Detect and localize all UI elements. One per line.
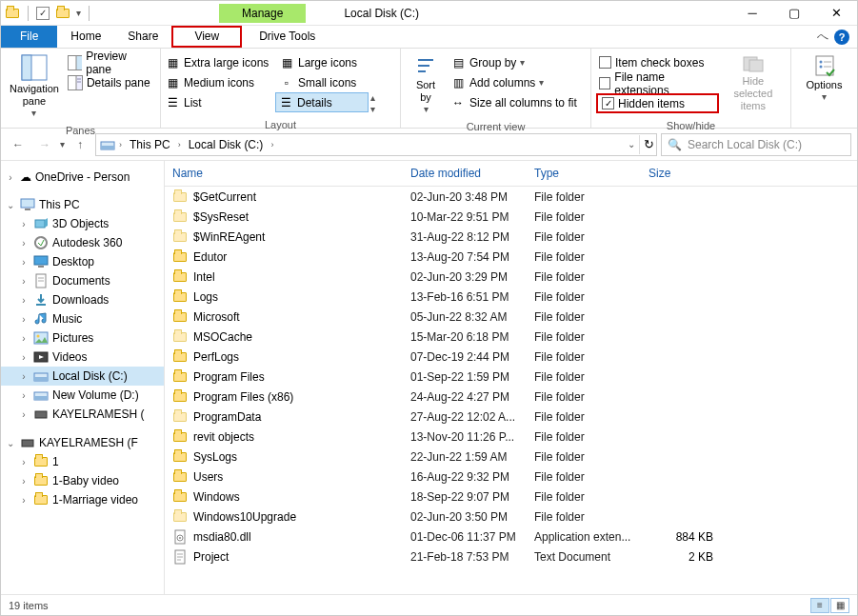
file-type: File folder [534, 350, 648, 364]
tab-home[interactable]: Home [57, 26, 114, 48]
tree-item[interactable]: ›1-Baby video [1, 471, 164, 490]
tree-item[interactable]: ›Music [1, 309, 164, 328]
col-date[interactable]: Date modified [410, 167, 534, 180]
thumbnails-view-button[interactable]: ▦ [830, 598, 849, 613]
hide-selected-items-button[interactable]: Hide selected items [722, 52, 785, 115]
tree-onedrive[interactable]: ›☁OneDrive - Person [1, 169, 164, 186]
file-row[interactable]: Intel02-Jun-20 3:29 PMFile folder [165, 267, 857, 287]
tree-item[interactable]: ›Local Disk (C:) [1, 367, 164, 386]
layout-large-icons[interactable]: ▦Large icons [277, 52, 372, 72]
size-all-columns-button[interactable]: ↔Size all columns to fit [449, 92, 579, 112]
chevron-right-icon[interactable]: › [117, 140, 124, 149]
svg-rect-3 [76, 55, 82, 70]
navigation-tree[interactable]: ›☁OneDrive - Person ⌄This PC ›3D Objects… [1, 161, 165, 594]
file-row[interactable]: $SysReset10-Mar-22 9:51 PMFile folder [165, 207, 857, 227]
tree-item[interactable]: ›KAYELRAMESH ( [1, 405, 164, 424]
address-bar[interactable]: › This PC › Local Disk (C:) › ⌄ ↻ [95, 133, 657, 156]
file-extensions-toggle[interactable]: File name extensions [597, 73, 718, 93]
details-view-button[interactable]: ≡ [810, 598, 829, 613]
file-list[interactable]: Name Date modified Type Size $GetCurrent… [165, 161, 857, 594]
layout-scroll-up-icon[interactable]: ▴ [370, 92, 375, 103]
tree-item[interactable]: ›Documents [1, 271, 164, 290]
tree-item[interactable]: ›Pictures [1, 328, 164, 348]
tree-item[interactable]: ›Downloads [1, 290, 164, 309]
tree-removable-drive[interactable]: ⌄KAYELRAMESH (F [1, 433, 164, 452]
file-row[interactable]: MSOCache15-Mar-20 6:18 PMFile folder [165, 327, 857, 347]
preview-pane-button[interactable]: Preview pane [66, 52, 154, 72]
address-history-icon[interactable]: ⌄ [628, 139, 635, 149]
file-row[interactable]: Windows18-Sep-22 9:07 PMFile folder [165, 487, 857, 507]
crumb-this-pc[interactable]: This PC [126, 138, 174, 151]
hidden-items-toggle[interactable]: Hidden items [596, 93, 719, 113]
layout-list[interactable]: ☰List [163, 92, 275, 112]
layout-medium-icons[interactable]: ▦Medium icons [163, 72, 277, 92]
layout-details[interactable]: ☰Details [275, 92, 369, 112]
minimize-button[interactable]: ─ [731, 1, 773, 26]
layout-extra-large-icons[interactable]: ▦Extra large icons [163, 52, 277, 72]
add-columns-button[interactable]: ▥Add columns▾ [449, 72, 579, 92]
file-date: 31-Aug-22 8:12 PM [410, 230, 534, 244]
file-row[interactable]: Program Files01-Sep-22 1:59 PMFile folde… [165, 367, 857, 387]
file-row[interactable]: Windows10Upgrade02-Jun-20 3:50 PMFile fo… [165, 507, 857, 527]
details-pane-button[interactable]: Details pane [66, 72, 154, 92]
file-row[interactable]: msdia80.dll01-Dec-06 11:37 PMApplication… [165, 527, 857, 546]
file-row[interactable]: $GetCurrent02-Jun-20 3:48 PMFile folder [165, 187, 857, 207]
file-row[interactable]: PerfLogs07-Dec-19 2:44 PMFile folder [165, 347, 857, 367]
recent-locations-icon[interactable]: ▾ [60, 139, 65, 149]
sort-by-button[interactable]: Sort by ▾ [407, 52, 445, 116]
file-row[interactable]: $WinREAgent31-Aug-22 8:12 PMFile folder [165, 227, 857, 247]
col-name[interactable]: Name [172, 167, 410, 180]
file-row[interactable]: revit objects13-Nov-20 11:26 P...File fo… [165, 427, 857, 447]
file-row[interactable]: Project21-Feb-18 7:53 PMText Document2 K… [165, 546, 857, 566]
file-row[interactable]: Users16-Aug-22 9:32 PMFile folder [165, 467, 857, 487]
navigation-pane-icon [21, 54, 48, 81]
collapse-ribbon-icon[interactable]: へ [817, 29, 828, 45]
tab-share[interactable]: Share [114, 26, 171, 48]
qat-newfolder-icon[interactable] [55, 6, 70, 21]
file-row[interactable]: SysLogs22-Jun-22 1:59 AMFile folder [165, 447, 857, 467]
tab-drive-tools[interactable]: Drive Tools [246, 26, 329, 48]
crumb-local-disk[interactable]: Local Disk (C:) [185, 138, 268, 151]
tree-item[interactable]: ›Autodesk 360 [1, 233, 164, 252]
qat-customize-icon[interactable]: ▾ [76, 8, 81, 18]
chevron-right-icon[interactable]: › [269, 140, 275, 149]
file-row[interactable]: Program Files (x86)24-Aug-22 4:27 PMFile… [165, 387, 857, 407]
file-name: msdia80.dll [193, 530, 251, 544]
options-button[interactable]: Options ▾ [798, 52, 851, 104]
tree-item[interactable]: ›1 [1, 452, 164, 471]
file-row[interactable]: Logs13-Feb-16 6:51 PMFile folder [165, 287, 857, 307]
forward-button[interactable]: → [33, 133, 56, 156]
column-headers[interactable]: Name Date modified Type Size [165, 161, 857, 187]
chevron-right-icon[interactable]: › [176, 140, 183, 149]
file-type: File folder [534, 430, 648, 444]
tab-file[interactable]: File [1, 26, 57, 48]
up-button[interactable]: ↑ [69, 133, 91, 156]
tree-item[interactable]: ›3D Objects [1, 214, 164, 233]
col-type[interactable]: Type [534, 167, 648, 180]
search-input[interactable]: 🔍 Search Local Disk (C:) [661, 133, 851, 156]
tree-item[interactable]: ›1-Marriage video [1, 490, 164, 509]
layout-scroll-down-icon[interactable]: ▾ [370, 104, 375, 114]
tree-item[interactable]: ›Desktop [1, 252, 164, 271]
tab-view[interactable]: View [171, 26, 242, 48]
layout-small-icons[interactable]: ▫Small icons [277, 72, 372, 92]
help-icon[interactable]: ? [834, 30, 849, 45]
tree-item[interactable]: ›Videos [1, 348, 164, 367]
file-type: File folder [534, 290, 648, 304]
folder-icon [172, 429, 188, 445]
col-size[interactable]: Size [648, 167, 725, 180]
close-button[interactable]: ✕ [815, 1, 857, 26]
file-row[interactable]: ProgramData27-Aug-22 12:02 A...File fold… [165, 407, 857, 427]
group-by-button[interactable]: ▤Group by▾ [449, 52, 579, 72]
ribbon-group-options: Options ▾ [791, 49, 857, 128]
refresh-button[interactable]: ↻ [644, 137, 654, 151]
file-row[interactable]: Edutor13-Aug-20 7:54 PMFile folder [165, 247, 857, 267]
tree-this-pc[interactable]: ⌄This PC [1, 195, 164, 214]
tree-item[interactable]: ›New Volume (D:) [1, 386, 164, 405]
file-type: File folder [534, 510, 648, 524]
back-button[interactable]: ← [7, 133, 30, 156]
maximize-button[interactable]: ▢ [773, 1, 815, 26]
navigation-pane-button[interactable]: Navigation pane ▾ [7, 52, 62, 120]
file-row[interactable]: Microsoft05-Jun-22 8:32 AMFile folder [165, 307, 857, 327]
qat-properties-icon[interactable]: ✓ [36, 7, 50, 20]
